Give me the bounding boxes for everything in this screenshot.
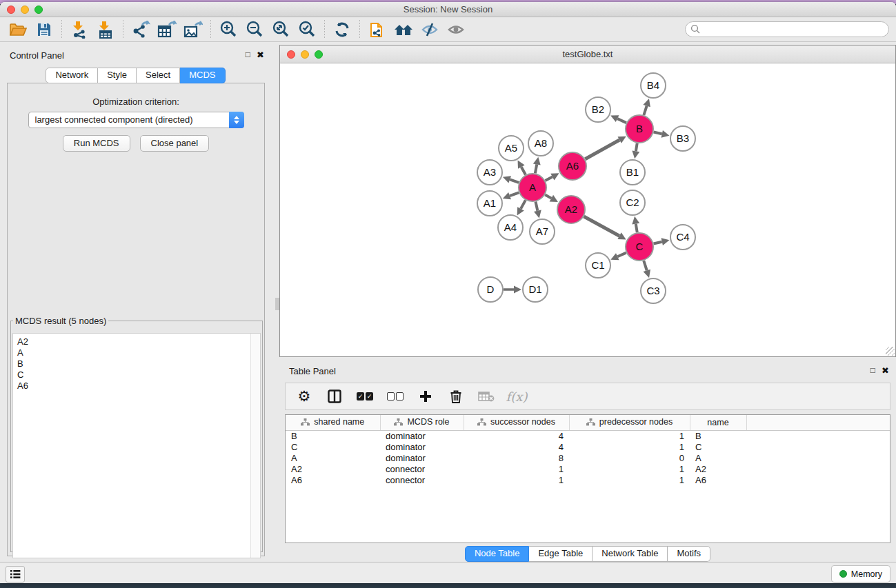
list-item[interactable]: A2 — [17, 336, 260, 347]
column-header-name[interactable]: name — [690, 415, 746, 430]
zoom-window-icon[interactable] — [34, 6, 43, 14]
show-columns-button[interactable] — [326, 387, 344, 405]
graph-node-label: A8 — [535, 137, 547, 149]
table-row[interactable]: Bdominator 41 B — [286, 430, 890, 441]
export-image-button[interactable] — [182, 19, 204, 40]
tab-network[interactable]: Network — [46, 68, 98, 83]
graph-edge[interactable] — [510, 192, 519, 196]
tab-node-table[interactable]: Node Table — [465, 546, 530, 562]
delete-table-button[interactable] — [477, 387, 495, 405]
table-panel: Table Panel □ ✖ ⚙ ✓✓ — [279, 360, 896, 562]
zoom-window-icon[interactable] — [315, 50, 323, 59]
network-graph[interactable]: AA1A2A3A4A5A6A7A8BB1B2B3B4CC1C2C3C4DD1 — [280, 63, 895, 356]
column-header-predecessor-nodes[interactable]: predecessor nodes — [569, 415, 690, 430]
float-panel-icon[interactable]: □ — [246, 50, 250, 59]
table-settings-button[interactable]: ⚙ — [295, 387, 313, 405]
create-column-button[interactable] — [417, 387, 435, 405]
zoom-fit-button[interactable] — [270, 19, 292, 40]
list-item[interactable]: A — [17, 347, 260, 358]
graph-edge[interactable] — [584, 216, 619, 236]
minimize-window-icon[interactable] — [301, 50, 309, 59]
splitter-handle[interactable] — [275, 298, 279, 310]
close-panel-button[interactable]: Close panel — [140, 135, 210, 152]
table-row[interactable]: Adominator 80 A — [286, 452, 890, 463]
select-all-columns-button[interactable]: ✓✓ — [356, 387, 374, 405]
graph-edge[interactable] — [521, 200, 526, 208]
export-table-button[interactable] — [156, 19, 178, 40]
graph-edge[interactable] — [585, 140, 619, 159]
list-item[interactable]: C — [17, 369, 260, 381]
graph-edge[interactable] — [535, 164, 537, 173]
import-network-button[interactable] — [68, 19, 90, 40]
resize-grip-icon[interactable] — [886, 347, 895, 356]
close-panel-icon[interactable]: ✖ — [882, 365, 889, 376]
graph-edge[interactable] — [535, 202, 537, 211]
home-button[interactable] — [392, 19, 415, 40]
open-file-button[interactable] — [7, 19, 29, 40]
graph-node-label: B — [636, 123, 643, 134]
show-details-button[interactable] — [445, 19, 467, 40]
network-document-button[interactable] — [366, 19, 388, 40]
column-header-shared-name[interactable]: shared name — [286, 415, 380, 430]
show-task-history-button[interactable] — [6, 566, 25, 582]
graph-edge[interactable] — [653, 242, 661, 244]
tab-edge-table[interactable]: Edge Table — [529, 546, 593, 562]
zoom-in-button[interactable] — [217, 19, 239, 40]
mcds-result-list[interactable]: A2 A B C A6 — [12, 333, 261, 558]
network-view-window: testGlobe.txt AA1A2A3A4A5A6A7A8BB1B2B3B4… — [279, 45, 896, 357]
optimization-criterion-select[interactable]: largest connected component (directed) — [28, 112, 244, 128]
float-panel-icon[interactable]: □ — [870, 365, 875, 375]
tab-motifs[interactable]: Motifs — [668, 546, 710, 562]
graph-edge[interactable] — [644, 261, 646, 270]
edge-arrowhead-icon — [533, 157, 541, 165]
table-row[interactable]: A6connector 11 A6 — [286, 474, 890, 485]
graph-edge[interactable] — [636, 224, 637, 233]
import-network-icon — [70, 21, 88, 39]
import-table-button[interactable] — [94, 19, 117, 40]
save-session-button[interactable] — [33, 19, 55, 40]
graph-edge[interactable] — [546, 177, 552, 181]
close-window-icon[interactable] — [7, 6, 15, 14]
delete-column-button[interactable] — [447, 387, 465, 405]
tab-mcds[interactable]: MCDS — [180, 68, 225, 83]
graph-edge[interactable] — [545, 194, 551, 198]
table-row[interactable]: Cdominator 41 C — [286, 441, 890, 452]
export-network-button[interactable] — [130, 19, 152, 40]
column-header-successor-nodes[interactable]: successor nodes — [464, 415, 569, 430]
graph-edge[interactable] — [644, 106, 646, 115]
toolbar-separator — [61, 20, 62, 39]
control-panel-title: Control Panel □ ✖ — [0, 44, 271, 65]
graph-edge[interactable] — [521, 167, 526, 174]
memory-button[interactable]: Memory — [831, 565, 890, 582]
tab-select[interactable]: Select — [137, 68, 180, 83]
zoom-out-button[interactable] — [243, 19, 266, 40]
export-table-icon — [157, 21, 177, 39]
run-mcds-button[interactable]: Run MCDS — [63, 135, 130, 152]
close-window-icon[interactable] — [287, 50, 295, 59]
search-input[interactable] — [685, 21, 889, 37]
graph-node-label: D — [487, 283, 495, 295]
graph-edge[interactable] — [653, 132, 661, 134]
list-item[interactable]: A6 — [17, 381, 260, 392]
function-builder-button[interactable]: f(x) — [508, 387, 526, 405]
tab-network-table[interactable]: Network Table — [593, 546, 668, 562]
tab-style[interactable]: Style — [98, 68, 137, 83]
refresh-layout-button[interactable] — [331, 19, 353, 40]
plus-icon — [419, 389, 432, 403]
graph-edge[interactable] — [617, 253, 626, 257]
graph-edge[interactable] — [617, 119, 626, 123]
graph-node-label: A3 — [484, 166, 496, 178]
column-header-mcds-role[interactable]: MCDS role — [380, 415, 464, 430]
list-item[interactable]: B — [17, 358, 260, 369]
hide-details-button[interactable] — [419, 19, 441, 40]
import-table-icon — [97, 21, 115, 39]
graph-edge[interactable] — [636, 143, 637, 152]
minimize-window-icon[interactable] — [21, 6, 29, 14]
desktop-background: Session: New Session — [0, 0, 896, 588]
close-panel-icon[interactable]: ✖ — [257, 50, 264, 60]
table-row[interactable]: A2connector 11 A2 — [286, 463, 890, 474]
unselect-all-columns-button[interactable] — [386, 387, 404, 405]
graph-edge[interactable] — [510, 179, 519, 183]
scrollbar[interactable] — [250, 334, 260, 558]
zoom-selected-button[interactable] — [296, 19, 318, 40]
